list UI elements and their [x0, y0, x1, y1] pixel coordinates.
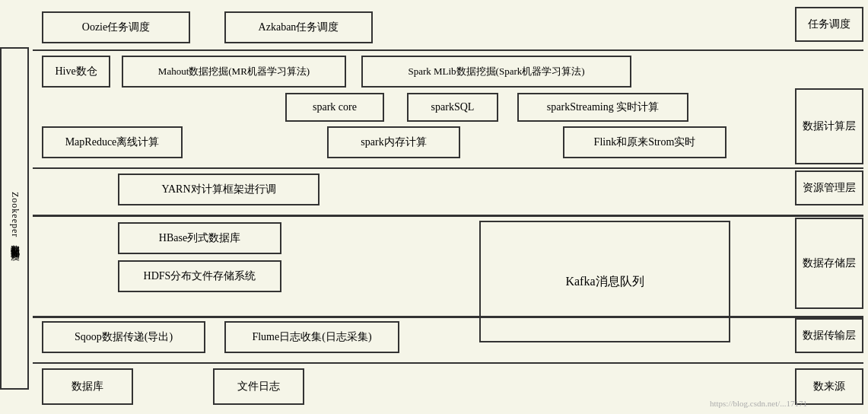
mapreduce-box: MapReduce离线计算	[42, 126, 183, 158]
oozie-box: Oozie任务调度	[42, 11, 190, 43]
yarn-box: YARN对计算框架进行调	[118, 174, 320, 205]
watermark: https://blog.csdn.net/...17171	[710, 399, 807, 408]
spark-streaming-box: sparkStreaming 实时计算	[517, 93, 688, 122]
line2	[33, 167, 863, 169]
architecture-diagram: Zookeeper数据平台配置和调度 Oozie任务调度 Azkaban任务调度…	[0, 0, 868, 414]
flume-box: Flume日志收集(日志采集)	[224, 321, 399, 353]
line5	[33, 362, 863, 364]
azkaban-box: Azkaban任务调度	[224, 11, 373, 43]
line3	[33, 215, 863, 217]
spark-mlib-box: Spark MLib数据挖掘(Spark机器学习算法)	[361, 56, 631, 88]
file-log-box: 文件日志	[213, 368, 304, 405]
hdfs-box: HDFS分布文件存储系统	[118, 260, 281, 292]
zookeeper-label: Zookeeper数据平台配置和调度	[0, 47, 29, 390]
hbase-box: HBase列式数据库	[118, 222, 281, 254]
data-compute-layer: 数据计算层	[795, 88, 863, 164]
data-storage-layer: 数据存储层	[795, 218, 863, 309]
data-transport-layer: 数据传输层	[795, 318, 863, 353]
database-box: 数据库	[42, 368, 133, 405]
mahout-box: Mahout数据挖掘(MR机器学习算法)	[122, 56, 346, 88]
spark-memory-box: spark内存计算	[327, 126, 460, 158]
hive-box: Hive数仓	[42, 56, 110, 88]
spark-core-box: spark core	[285, 93, 384, 122]
resource-layer: 资源管理层	[795, 170, 863, 205]
flink-box: Flink和原来Strom实时	[563, 126, 727, 158]
task-schedule-layer: 任务调度	[795, 7, 863, 42]
line4	[33, 316, 863, 318]
sqoop-box: Sqoop数据传递(导出)	[42, 321, 205, 353]
line1	[33, 49, 863, 51]
spark-sql-box: sparkSQL	[407, 93, 498, 122]
kafka-box: Kafka消息队列	[479, 221, 730, 342]
